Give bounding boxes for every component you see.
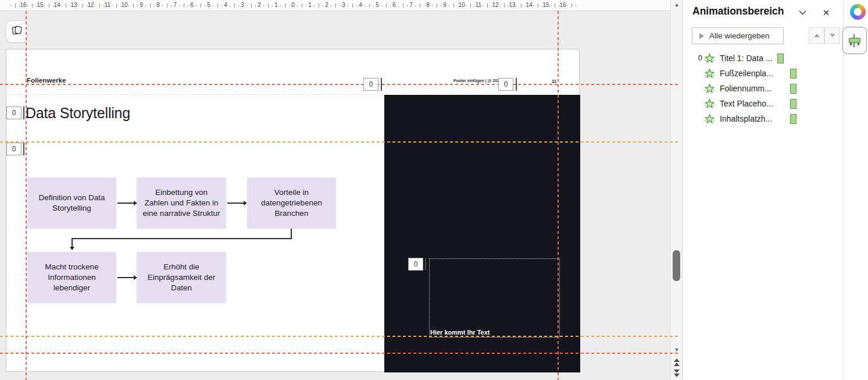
- ruler-tick: [555, 3, 555, 8]
- animation-item[interactable]: Text Placeho...: [683, 97, 844, 112]
- copilot-icon[interactable]: [850, 4, 866, 20]
- close-icon: ✕: [823, 8, 830, 18]
- dark-image-block[interactable]: Hier kommt Ihr Text: [384, 95, 580, 372]
- animation-order-badge[interactable]: 0: [6, 106, 22, 119]
- animation-pane-tab-button[interactable]: [842, 27, 867, 54]
- animation-timing-bar[interactable]: [777, 54, 784, 63]
- ruler-tick: [466, 5, 466, 6]
- ruler-tick: [263, 5, 264, 6]
- previous-slide-button[interactable]: [673, 358, 680, 366]
- ruler-tick: [474, 5, 475, 6]
- ruler-tick: [559, 5, 559, 6]
- move-later-button[interactable]: [824, 27, 840, 44]
- ruler-tick: [508, 5, 509, 6]
- flow-box-erhoeht[interactable]: Erhöht die Einprägsamkeit der Daten: [137, 252, 226, 303]
- guide-horizontal-3[interactable]: [0, 336, 678, 337]
- ruler-tick: [533, 5, 534, 6]
- ruler-tick: [10, 5, 11, 6]
- badge-anchor-line: [23, 106, 24, 119]
- flow-box-macht-trockene[interactable]: Macht trockene Informationen lebendiger: [27, 252, 116, 303]
- arrow-connector-3[interactable]: [117, 277, 134, 278]
- elbow-connector[interactable]: [291, 229, 292, 239]
- ruler-tick: [120, 5, 121, 6]
- arrow-connector-1[interactable]: [117, 203, 134, 204]
- ruler-tick: [390, 5, 391, 6]
- slide-title[interactable]: Data Storytelling: [26, 105, 130, 122]
- animation-timing-bar[interactable]: [790, 99, 796, 109]
- scrollbar-thumb[interactable]: [673, 250, 680, 281]
- guide-horizontal-1[interactable]: [0, 84, 678, 85]
- vertical-scrollbar[interactable]: ▲ ▼: [670, 0, 682, 380]
- ruler-tick: [381, 5, 382, 6]
- ruler-tick: [32, 3, 33, 8]
- ruler-tick: [112, 5, 112, 6]
- slide-number-placeholder[interactable]: 11: [552, 79, 556, 84]
- ruler-tick: [53, 5, 53, 6]
- copilot-canvas-button[interactable]: [6, 20, 28, 42]
- ruler-tick: [302, 3, 302, 8]
- placeholder-prompt-text[interactable]: Hier kommt Ihr Text: [430, 329, 490, 336]
- ruler-tick: [297, 5, 298, 6]
- slide-header-label[interactable]: Folienwerke: [27, 77, 66, 84]
- animation-order-badge[interactable]: 0: [6, 143, 22, 155]
- double-down-icon: [674, 370, 680, 373]
- ruler-tick: [217, 3, 218, 8]
- animation-item[interactable]: Inhaltsplatzh...: [683, 112, 844, 127]
- ruler-tick: [15, 3, 16, 8]
- pane-close-button[interactable]: ✕: [819, 6, 834, 20]
- animation-order-badge[interactable]: 0: [498, 78, 513, 91]
- ruler-tick: [403, 3, 403, 8]
- flow-box-einbettung[interactable]: Einbettung von Zahlen und Fakten in eine…: [137, 177, 226, 229]
- text-placeholder-frame[interactable]: Hier kommt Ihr Text: [429, 258, 560, 338]
- animation-order-badge[interactable]: 0: [363, 78, 378, 91]
- ruler-tick: [323, 5, 323, 6]
- animation-item-label: Text Placeho...: [720, 99, 773, 108]
- animation-item[interactable]: Fußzeilenpla...: [683, 66, 844, 81]
- pane-menu-button[interactable]: [795, 7, 810, 20]
- scroll-up-button[interactable]: ▲: [671, 2, 683, 8]
- animation-pane-title: Animationsbereich: [692, 5, 784, 17]
- ruler-tick: [188, 5, 188, 6]
- elbow-connector[interactable]: [72, 238, 292, 239]
- animation-item[interactable]: 0Titel 1: Data ...: [683, 51, 844, 66]
- ruler-tick: [398, 5, 399, 6]
- guide-vertical-1[interactable]: [26, 11, 27, 380]
- ruler-tick: [196, 5, 197, 6]
- ruler-tick: [576, 5, 576, 6]
- ruler-tick: [171, 5, 172, 6]
- ruler-tick: [319, 3, 319, 8]
- animation-timing-bar[interactable]: [790, 114, 796, 124]
- animation-order-badge[interactable]: 0: [408, 258, 423, 271]
- animation-timing-bar[interactable]: [790, 69, 796, 79]
- ruler-tick: [167, 3, 167, 8]
- badge-anchor-line: [516, 78, 517, 91]
- ruler-tick: [550, 5, 551, 6]
- arrow-connector-2[interactable]: [227, 203, 244, 204]
- ruler-tick: [222, 5, 222, 6]
- flow-box-vorteile[interactable]: Vorteile in datengetriebenen Branchen: [247, 177, 336, 229]
- guide-vertical-2[interactable]: [558, 11, 559, 380]
- play-all-button[interactable]: Alle wiedergeben: [692, 27, 784, 44]
- ruler-tick: [516, 5, 517, 6]
- ruler-tick: [437, 3, 437, 8]
- header-divider: [8, 94, 384, 95]
- animation-timing-bar[interactable]: [790, 84, 796, 94]
- ruler-tick: [268, 3, 269, 8]
- ruler-tick: [150, 3, 151, 8]
- move-earlier-button[interactable]: [809, 27, 824, 44]
- elbow-connector[interactable]: [72, 239, 73, 247]
- double-down-icon: [674, 374, 680, 377]
- ruler-tick: [133, 3, 134, 8]
- flow-box-definition[interactable]: Definition von Data Storytelling: [27, 177, 116, 229]
- slide-canvas[interactable]: Folienwerke Footer einfügen | @ 2020 Fo …: [6, 49, 580, 372]
- chevron-down-icon: [798, 8, 807, 19]
- guide-horizontal-4[interactable]: [0, 353, 678, 354]
- scroll-down-button[interactable]: ▼: [671, 347, 683, 353]
- ruler-tick: [87, 5, 87, 6]
- ruler-tick: [470, 3, 471, 8]
- animation-item-label: Inhaltsplatzh...: [720, 114, 772, 123]
- animation-item[interactable]: Foliennumm...: [683, 81, 844, 97]
- next-slide-button[interactable]: [673, 369, 680, 377]
- entrance-effect-star-icon: [704, 113, 715, 127]
- guide-horizontal-2[interactable]: [0, 141, 678, 143]
